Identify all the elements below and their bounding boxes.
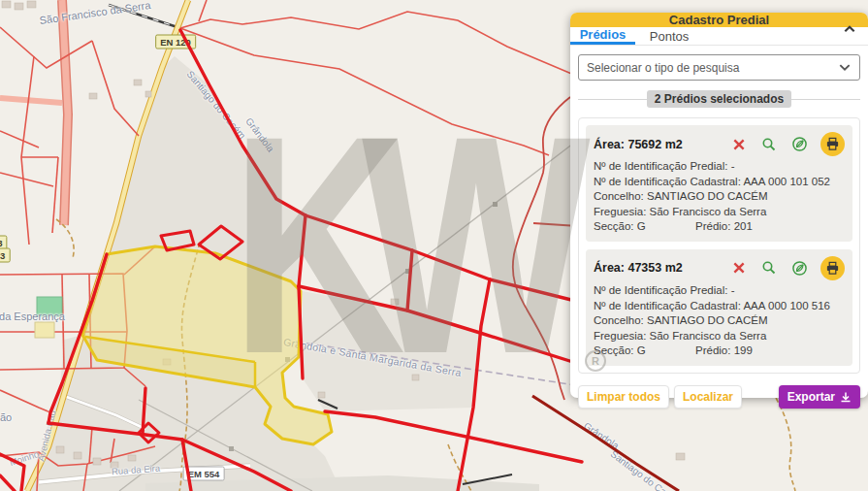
property-seccao: Secção: G <box>594 344 695 359</box>
property-actions <box>730 132 845 156</box>
printer-icon <box>825 261 840 276</box>
close-icon <box>732 138 746 151</box>
chevron-down-icon <box>838 63 852 73</box>
selection-count-badge: 2 Prédios selecionados <box>647 90 791 108</box>
panel-tabs: Prédios Pontos <box>570 27 868 46</box>
close-icon <box>732 261 746 275</box>
property-id-cadastral: Nº de Identificação Cadastral: AAA 000 1… <box>594 175 845 190</box>
property-freguesia: Freguesia: São Francisco da Serra <box>594 329 845 344</box>
property-concelho: Concelho: SANTIAGO DO CACÉM <box>594 189 845 205</box>
property-freguesia: Freguesia: São Francisco da Serra <box>594 205 845 220</box>
property-area: Área: 47353 m2 <box>594 261 730 275</box>
collapse-panel-button[interactable] <box>843 20 856 38</box>
property-area: Área: 75692 m2 <box>594 138 730 151</box>
property-id-predial: Nº de Identificação Predial: - <box>594 283 845 299</box>
export-button-label: Exportar <box>788 390 835 404</box>
property-card: Área: 47353 m2 <box>586 249 852 366</box>
selection-divider: 2 Prédios selecionados <box>578 88 860 110</box>
property-predio: Prédio: 199 <box>695 344 753 359</box>
validate-property-button[interactable] <box>790 136 808 153</box>
validate-property-button[interactable] <box>790 259 808 277</box>
property-id-predial: Nº de Identificação Predial: - <box>594 159 845 175</box>
property-concelho: Concelho: SANTIAGO DO CACÉM <box>594 313 845 329</box>
cadastro-predial-panel: Cadastro Predial Prédios Pontos Selecion… <box>570 13 868 398</box>
property-seccao: Secção: G <box>594 219 695 235</box>
panel-body: Selecionar o tipo de pesquisa 2 Prédios … <box>570 46 868 377</box>
zoom-to-property-button[interactable] <box>760 136 778 153</box>
search-icon <box>761 137 777 152</box>
search-type-select[interactable]: Selecionar o tipo de pesquisa <box>578 54 860 81</box>
property-section-row: Secção: G Prédio: 199 <box>594 344 845 359</box>
property-predio: Prédio: 201 <box>695 219 753 235</box>
panel-footer: Limpar todos Localizar Exportar <box>570 377 868 417</box>
leaf-circle-icon <box>791 260 808 277</box>
panel-header: Cadastro Predial <box>570 13 868 27</box>
zoom-to-property-button[interactable] <box>760 259 778 277</box>
property-section-row: Secção: G Prédio: 201 <box>594 219 845 235</box>
locate-button[interactable]: Localizar <box>674 385 742 409</box>
tab-predios[interactable]: Prédios <box>570 27 635 45</box>
download-icon <box>840 391 852 403</box>
export-button[interactable]: Exportar <box>779 385 860 409</box>
leaf-circle-icon <box>791 136 808 152</box>
panel-title: Cadastro Predial <box>669 13 769 27</box>
remove-property-button[interactable] <box>730 136 748 153</box>
search-icon <box>761 260 777 276</box>
tab-pontos[interactable]: Pontos <box>635 27 703 45</box>
property-actions <box>730 256 845 280</box>
property-card-header: Área: 47353 m2 <box>594 256 845 280</box>
selected-parcels[interactable] <box>82 246 332 444</box>
printer-icon <box>825 137 840 151</box>
print-property-button[interactable] <box>820 132 845 156</box>
property-card-header: Área: 75692 m2 <box>594 132 845 156</box>
property-list: Área: 75692 m2 <box>578 117 860 374</box>
chevron-up-icon <box>843 24 856 34</box>
property-id-cadastral: Nº de Identificação Cadastral: AAA 000 1… <box>594 299 845 314</box>
remove-property-button[interactable] <box>730 259 748 277</box>
clear-all-button[interactable]: Limpar todos <box>578 385 669 409</box>
search-type-placeholder: Selecionar o tipo de pesquisa <box>587 61 838 75</box>
print-property-button[interactable] <box>820 256 845 280</box>
property-card: Área: 75692 m2 <box>586 125 852 242</box>
